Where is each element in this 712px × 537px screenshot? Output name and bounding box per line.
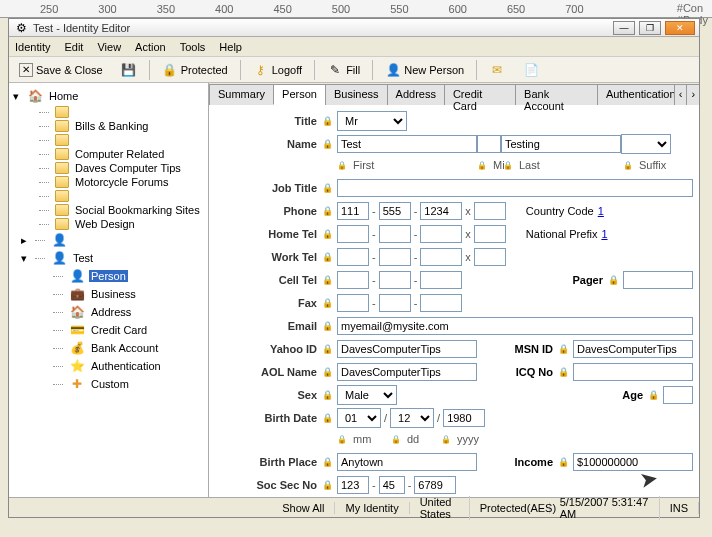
tree-folder[interactable]	[9, 189, 208, 203]
ssn2-input[interactable]	[379, 476, 405, 494]
fax1-input[interactable]	[337, 294, 369, 312]
tree-folder[interactable]: Web Design	[9, 217, 208, 231]
mi-input[interactable]	[477, 135, 501, 153]
ssn1-input[interactable]	[337, 476, 369, 494]
tab-address[interactable]: Address	[387, 84, 445, 105]
save-close-button[interactable]: ✕ Save & Close	[13, 60, 109, 80]
tree-child-bank[interactable]: 💰Bank Account	[9, 339, 208, 357]
phone2-input[interactable]	[379, 202, 411, 220]
status-protected: Protected(AES)	[470, 502, 550, 514]
fax2-input[interactable]	[379, 294, 411, 312]
titlebar[interactable]: ⚙ Test - Identity Editor — ❐ ✕	[9, 19, 699, 37]
tree-test[interactable]: ▾ 👤 Test	[9, 249, 208, 267]
tree-child-cust[interactable]: ✚Custom	[9, 375, 208, 393]
save-button[interactable]: 💾	[115, 59, 143, 81]
protected-button[interactable]: 🔒 Protected	[156, 59, 234, 81]
tab-creditcard[interactable]: Credit Card	[444, 84, 516, 105]
title-select[interactable]: Mr	[337, 111, 407, 131]
last-input[interactable]	[501, 135, 621, 153]
tab-scroll-right[interactable]: ›	[686, 84, 699, 105]
hometel1-input[interactable]	[337, 225, 369, 243]
ssn3-input[interactable]	[414, 476, 456, 494]
lock-icon: 🔒	[557, 366, 569, 378]
form-button[interactable]: 📄	[517, 59, 545, 81]
status-myid[interactable]: My Identity	[335, 502, 409, 514]
worktel-ext-input[interactable]	[474, 248, 506, 266]
yahoo-input[interactable]	[337, 340, 477, 358]
tree-child-cc[interactable]: 💳Credit Card	[9, 321, 208, 339]
worktel1-input[interactable]	[337, 248, 369, 266]
menu-edit[interactable]: Edit	[64, 41, 83, 53]
tree-child-auth[interactable]: ⭐Authentication	[9, 357, 208, 375]
tab-person[interactable]: Person	[273, 84, 326, 105]
jobtitle-input[interactable]	[337, 179, 693, 197]
mail-button[interactable]: ✉	[483, 59, 511, 81]
worktel3-input[interactable]	[420, 248, 462, 266]
income-input[interactable]	[573, 453, 693, 471]
tab-scroll-left[interactable]: ‹	[674, 84, 688, 105]
aol-input[interactable]	[337, 363, 477, 381]
bmm-select[interactable]: 01	[337, 408, 381, 428]
status-showall[interactable]: Show All	[272, 502, 335, 514]
celltel1-input[interactable]	[337, 271, 369, 289]
hometel3-input[interactable]	[420, 225, 462, 243]
menu-view[interactable]: View	[97, 41, 121, 53]
worktel2-input[interactable]	[379, 248, 411, 266]
celltel2-input[interactable]	[379, 271, 411, 289]
tree-folder[interactable]	[9, 105, 208, 119]
tree-folder[interactable]: Motorcycle Forums	[9, 175, 208, 189]
folder-icon	[55, 190, 69, 202]
suffix-select[interactable]	[621, 134, 671, 154]
new-person-button[interactable]: 👤 New Person	[379, 59, 470, 81]
menu-tools[interactable]: Tools	[180, 41, 206, 53]
hometel2-input[interactable]	[379, 225, 411, 243]
country-code-link[interactable]: 1	[598, 205, 604, 217]
age-input[interactable]	[663, 386, 693, 404]
icq-input[interactable]	[573, 363, 693, 381]
statusbar: Show All My Identity United States Prote…	[9, 497, 699, 517]
maximize-button[interactable]: ❐	[639, 21, 661, 35]
national-prefix-link[interactable]: 1	[601, 228, 607, 240]
tab-business[interactable]: Business	[325, 84, 388, 105]
fax-label: Fax	[213, 297, 321, 309]
msn-input[interactable]	[573, 340, 693, 358]
tree-folder[interactable]	[9, 133, 208, 147]
birthplace-input[interactable]	[337, 453, 477, 471]
fax3-input[interactable]	[420, 294, 462, 312]
close-button[interactable]: ✕	[665, 21, 695, 35]
tree-folder[interactable]: Computer Related	[9, 147, 208, 161]
lock-icon: 🔒	[391, 434, 401, 444]
menu-identity[interactable]: Identity	[15, 41, 50, 53]
hometel-ext-input[interactable]	[474, 225, 506, 243]
tab-bankaccount[interactable]: Bank Account	[515, 84, 598, 105]
tab-authentication[interactable]: Authentication	[597, 84, 675, 105]
tree-folder[interactable]: Daves Computer Tips	[9, 161, 208, 175]
window: ⚙ Test - Identity Editor — ❐ ✕ Identity …	[8, 18, 700, 518]
lock-icon: 🔒	[321, 456, 333, 468]
celltel3-input[interactable]	[420, 271, 462, 289]
minimize-button[interactable]: —	[613, 21, 635, 35]
logoff-button[interactable]: ⚷ Logoff	[247, 59, 308, 81]
sex-select[interactable]: Male	[337, 385, 397, 405]
tab-summary[interactable]: Summary	[209, 84, 274, 105]
menu-action[interactable]: Action	[135, 41, 166, 53]
first-input[interactable]	[337, 135, 477, 153]
tree-folder[interactable]: Social Bookmarking Sites	[9, 203, 208, 217]
tree-child-biz[interactable]: 💼Business	[9, 285, 208, 303]
tree-home[interactable]: ▾ 🏠 Home	[9, 87, 208, 105]
tree-anon[interactable]: ▸ 👤	[9, 231, 208, 249]
folder-icon	[55, 148, 69, 160]
pager-input[interactable]	[623, 271, 693, 289]
phone1-input[interactable]	[337, 202, 369, 220]
byyyy-input[interactable]	[443, 409, 485, 427]
fill-button[interactable]: ✎ Fill	[321, 59, 366, 81]
menu-help[interactable]: Help	[219, 41, 242, 53]
phone3-input[interactable]	[420, 202, 462, 220]
phone-ext-input[interactable]	[474, 202, 506, 220]
tree-child-addr[interactable]: 🏠Address	[9, 303, 208, 321]
email-input[interactable]	[337, 317, 693, 335]
tree-folder[interactable]: Bills & Banking	[9, 119, 208, 133]
bdd-select[interactable]: 12	[390, 408, 434, 428]
tree-child-person[interactable]: 👤Person	[9, 267, 208, 285]
phone-label: Phone	[213, 205, 321, 217]
